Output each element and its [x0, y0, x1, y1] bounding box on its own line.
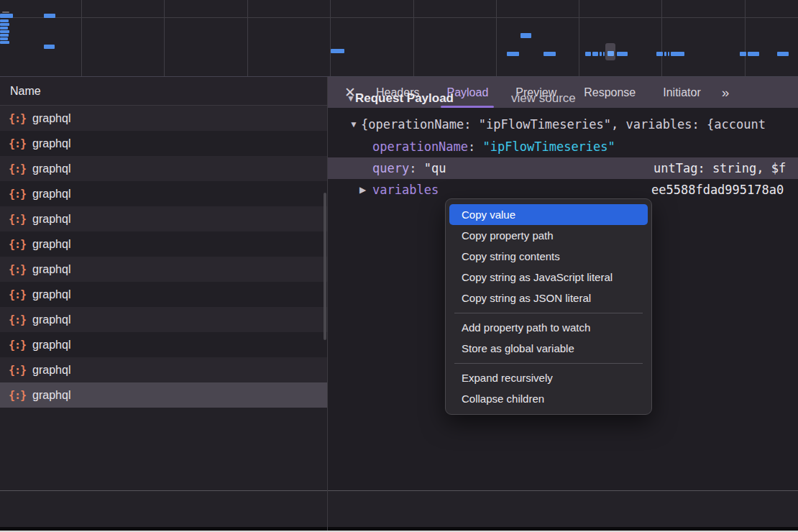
property-key: operationName — [372, 139, 468, 154]
request-timing-bar — [44, 45, 55, 49]
menu-item-collapse-children[interactable]: Collapse children — [449, 388, 648, 409]
property-value-left: "qu — [416, 161, 446, 175]
payload-row-variables[interactable]: ▶ variables ee5588fdad995178a0 — [328, 179, 798, 201]
request-name-label: graphql — [32, 137, 70, 150]
request-timing-bar — [748, 52, 759, 56]
request-row[interactable]: {:}graphql — [0, 282, 327, 307]
request-row[interactable]: {:}graphql — [0, 206, 327, 231]
request-row[interactable]: {:}graphql — [0, 106, 327, 131]
root-expand-icon[interactable]: ▼ — [349, 114, 358, 136]
devtools-network-panel: Name {:}graphql{:}graphql{:}graphql{:}gr… — [0, 0, 798, 532]
request-list-panel: Name {:}graphql{:}graphql{:}graphql{:}gr… — [0, 77, 327, 490]
payload-preview-text: {operationName: "ipFlowTimeseries", vari… — [361, 114, 766, 136]
request-timing-bar — [0, 27, 8, 29]
overview-gridline — [413, 0, 414, 76]
json-braces-icon: {:} — [9, 313, 26, 326]
request-timing-bar — [740, 52, 746, 56]
name-column-header[interactable]: Name — [0, 77, 327, 106]
menu-item-copy-string-as-json-literal[interactable]: Copy string as JSON literal — [449, 288, 648, 308]
request-timing-bar — [0, 37, 8, 40]
request-row[interactable]: {:}graphql — [0, 257, 327, 282]
request-name-label: graphql — [32, 112, 70, 125]
json-braces-icon: {:} — [9, 162, 26, 175]
request-name-label: graphql — [32, 364, 70, 377]
payload-row-operationName[interactable]: operationName: "ipFlowTimeseries" — [328, 136, 798, 157]
section-title: Request Payload — [355, 87, 454, 110]
property-value-right: ee5588fdad995178a0 — [651, 179, 784, 201]
property-value: "ipFlowTimeseries" — [475, 139, 615, 154]
request-timing-bar — [520, 33, 531, 38]
menu-separator — [446, 308, 651, 317]
request-timing-bar — [600, 52, 602, 56]
request-list-scrollbar[interactable] — [324, 193, 326, 340]
network-summary-bar — [0, 491, 798, 527]
menu-item-copy-string-as-javascript-literal[interactable]: Copy string as JavaScript literal — [449, 267, 648, 288]
request-row[interactable]: {:}graphql — [0, 307, 327, 332]
request-name-label: graphql — [32, 162, 70, 175]
json-braces-icon: {:} — [9, 188, 26, 201]
request-name-label: graphql — [32, 389, 70, 402]
menu-item-copy-string-contents[interactable]: Copy string contents — [449, 246, 648, 267]
request-timing-bar — [668, 52, 669, 56]
request-timing-bar — [585, 52, 591, 56]
request-timing-bar — [331, 49, 344, 53]
request-row[interactable]: {:}graphql — [0, 382, 327, 408]
request-row[interactable]: {:}graphql — [0, 357, 327, 382]
overview-gridline-horizontal — [0, 17, 798, 18]
request-timing-bar — [507, 52, 519, 56]
request-name-label: graphql — [32, 238, 70, 251]
overview-gridline — [330, 0, 331, 76]
json-braces-icon: {:} — [9, 137, 26, 150]
menu-item-store-as-global-variable[interactable]: Store as global variable — [449, 338, 648, 359]
request-timing-bar — [777, 52, 789, 56]
menu-separator — [446, 359, 651, 367]
menu-item-copy-property-path[interactable]: Copy property path — [449, 225, 648, 246]
overview-gridline — [661, 0, 662, 76]
request-timing-bar — [664, 52, 666, 56]
json-braces-icon: {:} — [9, 112, 26, 125]
payload-row-query-selected[interactable]: query: "qu untTag: string, $f — [328, 157, 798, 179]
request-timing-bar — [2, 12, 9, 13]
property-key: variables — [372, 183, 439, 197]
overview-gridline — [579, 0, 579, 76]
request-timing-bar — [671, 52, 684, 56]
menu-item-add-property-path-to-watch[interactable]: Add property path to watch — [449, 317, 648, 338]
json-braces-icon: {:} — [9, 339, 26, 352]
menu-item-expand-recursively[interactable]: Expand recursively — [449, 367, 648, 388]
request-timing-bar — [592, 52, 598, 56]
request-timing-bar — [0, 19, 9, 22]
menu-item-copy-value[interactable]: Copy value — [449, 204, 648, 225]
request-payload-section: ▼ Request Payload view source — [328, 87, 798, 110]
request-row[interactable]: {:}graphql — [0, 181, 327, 206]
request-timing-bar — [0, 30, 9, 33]
request-timing-bar — [0, 23, 9, 26]
request-timing-bar — [0, 14, 13, 18]
request-name-label: graphql — [32, 339, 70, 352]
request-row[interactable]: {:}graphql — [0, 156, 327, 181]
network-overview-waterfall[interactable] — [0, 0, 798, 77]
section-expand-icon[interactable]: ▼ — [347, 87, 355, 110]
request-timing-bar — [656, 52, 663, 56]
request-timing-bar — [44, 14, 55, 18]
json-braces-icon: {:} — [9, 364, 26, 377]
panel-splitter[interactable] — [327, 77, 328, 531]
request-name-label: graphql — [32, 313, 70, 326]
request-row[interactable]: {:}graphql — [0, 332, 327, 357]
request-row[interactable]: {:}graphql — [0, 231, 327, 257]
request-timing-bar — [607, 51, 614, 56]
property-value-right: untTag: string, $f — [653, 157, 786, 179]
view-source-link[interactable]: view source — [511, 87, 576, 110]
overview-gridline — [247, 0, 248, 76]
request-timing-bar — [617, 52, 628, 56]
json-braces-icon: {:} — [9, 213, 26, 226]
request-list: {:}graphql{:}graphql{:}graphql{:}graphql… — [0, 106, 327, 408]
json-braces-icon: {:} — [9, 263, 26, 276]
request-timing-bar — [0, 34, 9, 37]
variables-expand-icon[interactable]: ▶ — [359, 179, 366, 201]
request-timing-bar — [0, 41, 9, 44]
request-row[interactable]: {:}graphql — [0, 131, 327, 156]
request-timing-bar — [544, 52, 556, 56]
payload-root-row[interactable]: ▼ {operationName: "ipFlowTimeseries", va… — [328, 114, 798, 136]
request-name-label: graphql — [32, 213, 70, 226]
request-name-label: graphql — [32, 188, 70, 201]
